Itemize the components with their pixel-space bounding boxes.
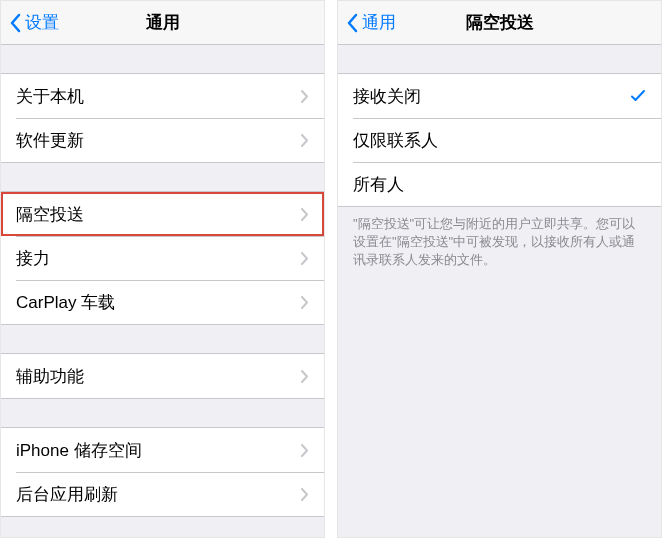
- chevron-right-icon: [301, 208, 309, 221]
- general-content: 关于本机 软件更新 隔空投送 接力 CarPlay 车载: [1, 45, 324, 537]
- chevron-right-icon: [301, 488, 309, 501]
- checkmark-icon: [630, 88, 646, 104]
- navbar-general: 设置 通用: [1, 1, 324, 45]
- airdrop-content: 接收关闭 仅限联系人 所有人 "隔空投送"可让您与附近的用户立即共享。您可以设置…: [338, 45, 661, 537]
- chevron-right-icon: [301, 134, 309, 147]
- navbar-airdrop: 通用 隔空投送: [338, 1, 661, 45]
- group-airdrop-options: 接收关闭 仅限联系人 所有人: [338, 73, 661, 207]
- group-storage: iPhone 储存空间 后台应用刷新: [1, 427, 324, 517]
- row-label: 接收关闭: [353, 85, 630, 108]
- row-handoff[interactable]: 接力: [1, 236, 324, 280]
- row-label: 接力: [16, 247, 301, 270]
- chevron-left-icon: [346, 13, 358, 33]
- row-label: 后台应用刷新: [16, 483, 301, 506]
- row-background-refresh[interactable]: 后台应用刷新: [1, 472, 324, 516]
- option-everyone[interactable]: 所有人: [338, 162, 661, 206]
- general-settings-screen: 设置 通用 关于本机 软件更新 隔空投送 接力 CarPl: [0, 0, 325, 538]
- airdrop-settings-screen: 通用 隔空投送 接收关闭 仅限联系人 所有人 "隔空投送"可让您与附近的用户立即…: [337, 0, 662, 538]
- row-label: 所有人: [353, 173, 646, 196]
- row-label: 辅助功能: [16, 365, 301, 388]
- chevron-right-icon: [301, 90, 309, 103]
- row-label: 软件更新: [16, 129, 301, 152]
- option-contacts-only[interactable]: 仅限联系人: [338, 118, 661, 162]
- chevron-left-icon: [9, 13, 21, 33]
- group-about: 关于本机 软件更新: [1, 73, 324, 163]
- back-label: 通用: [362, 11, 396, 34]
- airdrop-footer-text: "隔空投送"可让您与附近的用户立即共享。您可以设置在"隔空投送"中可被发现，以接…: [338, 207, 661, 278]
- row-label: 关于本机: [16, 85, 301, 108]
- chevron-right-icon: [301, 296, 309, 309]
- row-accessibility[interactable]: 辅助功能: [1, 354, 324, 398]
- group-airdrop: 隔空投送 接力 CarPlay 车载: [1, 191, 324, 325]
- row-software-update[interactable]: 软件更新: [1, 118, 324, 162]
- chevron-right-icon: [301, 444, 309, 457]
- row-storage[interactable]: iPhone 储存空间: [1, 428, 324, 472]
- row-label: 隔空投送: [16, 203, 301, 226]
- row-label: CarPlay 车载: [16, 291, 301, 314]
- back-button-general[interactable]: 通用: [346, 11, 396, 34]
- group-accessibility: 辅助功能: [1, 353, 324, 399]
- back-label: 设置: [25, 11, 59, 34]
- back-button-settings[interactable]: 设置: [9, 11, 59, 34]
- row-label: iPhone 储存空间: [16, 439, 301, 462]
- row-label: 仅限联系人: [353, 129, 646, 152]
- option-receiving-off[interactable]: 接收关闭: [338, 74, 661, 118]
- row-about[interactable]: 关于本机: [1, 74, 324, 118]
- chevron-right-icon: [301, 252, 309, 265]
- chevron-right-icon: [301, 370, 309, 383]
- row-airdrop[interactable]: 隔空投送: [1, 192, 324, 236]
- row-carplay[interactable]: CarPlay 车载: [1, 280, 324, 324]
